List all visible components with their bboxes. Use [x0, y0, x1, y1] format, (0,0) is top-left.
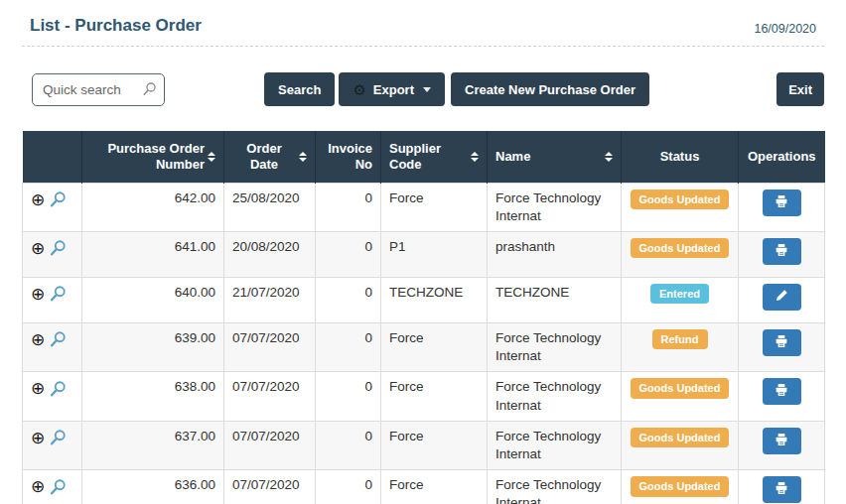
printer-icon: [774, 193, 789, 212]
operations-cell: [739, 322, 825, 371]
print-button[interactable]: [763, 378, 801, 405]
print-button[interactable]: [763, 329, 801, 356]
search-button[interactable]: Search: [264, 72, 335, 106]
operations-cell: [739, 183, 825, 231]
printer-icon: [774, 480, 789, 499]
status-badge: Entered: [650, 284, 709, 304]
title-bar: List - Purchase Order 16/09/2020: [22, 0, 824, 36]
view-row-icon[interactable]: [49, 380, 67, 395]
sort-icon: [208, 152, 215, 162]
printer-icon: [774, 432, 789, 450]
column-header-expand: [23, 131, 82, 183]
supplier-code-cell: Force: [381, 470, 488, 504]
expand-cell: ⊕: [23, 183, 82, 231]
expand-row-icon[interactable]: ⊕: [31, 330, 45, 349]
expand-row-icon[interactable]: ⊕: [31, 239, 45, 258]
table-row: ⊕ 637.00 07/07/2020 0 Force Force Techno…: [23, 421, 825, 469]
supplier-code-cell: TECHZONE: [381, 277, 488, 322]
column-header-order-date[interactable]: Order Date: [224, 131, 316, 183]
export-button-label: Export: [373, 82, 414, 97]
table-body: ⊕ 642.00 25/08/2020 0 Force Force Techno…: [23, 183, 825, 504]
supplier-code-cell: Force: [381, 372, 488, 421]
po-number-cell: 641.00: [82, 231, 224, 277]
edit-button[interactable]: [763, 284, 801, 311]
column-label: Operations: [748, 149, 816, 165]
exit-button-label: Exit: [788, 82, 812, 97]
status-badge: Goods Updated: [631, 378, 730, 398]
invoice-no-cell: 0: [316, 183, 381, 231]
expand-row-icon[interactable]: ⊕: [31, 189, 45, 208]
name-cell: Force Technology Internat: [488, 183, 622, 231]
view-row-icon[interactable]: [49, 191, 67, 206]
sort-icon: [605, 152, 613, 162]
export-button[interactable]: ⚙︎ Export: [339, 72, 445, 106]
view-row-icon[interactable]: [49, 331, 67, 346]
print-button[interactable]: [763, 428, 801, 454]
status-cell: Entered: [622, 277, 739, 322]
invoice-no-cell: 0: [316, 421, 381, 469]
status-cell: Goods Updated: [622, 183, 739, 231]
table-row: ⊕ 639.00 07/07/2020 0 Force Force Techno…: [23, 322, 825, 371]
supplier-code-cell: Force: [381, 421, 488, 469]
view-row-icon[interactable]: [49, 240, 67, 255]
expand-row-icon[interactable]: ⊕: [31, 379, 45, 398]
quick-search: [32, 73, 165, 106]
po-number-cell: 637.00: [82, 421, 224, 469]
column-label: Order Date: [232, 141, 296, 174]
column-label: Status: [660, 149, 700, 165]
expand-cell: ⊕: [23, 421, 82, 469]
expand-cell: ⊕: [23, 322, 82, 371]
name-cell: Force Technology Internat: [488, 470, 622, 504]
search-icon: [141, 81, 157, 101]
column-label: Invoice No: [324, 141, 372, 174]
expand-row-icon[interactable]: ⊕: [31, 429, 45, 447]
search-button-label: Search: [278, 82, 321, 97]
view-row-icon[interactable]: [49, 478, 67, 493]
print-button[interactable]: [763, 238, 801, 265]
print-button[interactable]: [763, 189, 801, 216]
invoice-no-cell: 0: [316, 277, 381, 322]
exit-button[interactable]: Exit: [776, 72, 824, 106]
status-cell: Goods Updated: [622, 470, 739, 504]
expand-cell: ⊕: [23, 470, 82, 504]
operations-cell: [739, 231, 825, 277]
order-date-cell: 25/08/2020: [224, 183, 316, 231]
toolbar: Search ⚙︎ Export Create New Purchase Ord…: [22, 72, 824, 106]
print-button[interactable]: [763, 476, 801, 503]
status-badge: Goods Updated: [631, 238, 730, 258]
create-new-purchase-order-button[interactable]: Create New Purchase Order: [451, 72, 649, 106]
page-title: List - Purchase Order: [30, 16, 202, 36]
create-button-label: Create New Purchase Order: [465, 82, 635, 97]
supplier-code-cell: Force: [381, 322, 488, 371]
order-date-cell: 07/07/2020: [224, 470, 316, 504]
order-date-cell: 20/08/2020: [224, 231, 316, 277]
column-header-invoice-no: Invoice No: [316, 131, 381, 183]
column-header-po-number[interactable]: Purchase Order Number: [82, 131, 224, 183]
operations-cell: [739, 470, 825, 504]
order-date-cell: 21/07/2020: [224, 277, 316, 322]
view-row-icon[interactable]: [49, 286, 67, 301]
divider: [22, 46, 824, 47]
purchase-order-table: Purchase Order Number Order Date Invoice…: [22, 131, 825, 504]
column-label: Supplier Code: [389, 141, 468, 174]
chevron-down-icon: [423, 87, 431, 92]
invoice-no-cell: 0: [316, 231, 381, 277]
po-number-cell: 636.00: [82, 470, 224, 504]
view-row-icon[interactable]: [49, 430, 67, 444]
table-row: ⊕ 641.00 20/08/2020 0 P1 prashanth Goods…: [23, 231, 825, 277]
printer-icon: [774, 242, 789, 261]
table-header: Purchase Order Number Order Date Invoice…: [23, 131, 825, 183]
table-row: ⊕ 636.00 07/07/2020 0 Force Force Techno…: [23, 470, 825, 504]
column-header-operations: Operations: [739, 131, 825, 183]
status-cell: Goods Updated: [622, 372, 739, 421]
table-row: ⊕ 638.00 07/07/2020 0 Force Force Techno…: [23, 372, 825, 421]
column-label: Name: [495, 149, 530, 165]
status-badge: Refund: [652, 329, 708, 349]
expand-cell: ⊕: [23, 277, 82, 322]
expand-row-icon[interactable]: ⊕: [31, 285, 45, 304]
column-header-name[interactable]: Name: [488, 131, 622, 183]
po-number-cell: 639.00: [82, 322, 224, 371]
printer-icon: [774, 382, 789, 401]
column-header-supplier-code[interactable]: Supplier Code: [381, 131, 488, 183]
expand-row-icon[interactable]: ⊕: [31, 477, 45, 496]
